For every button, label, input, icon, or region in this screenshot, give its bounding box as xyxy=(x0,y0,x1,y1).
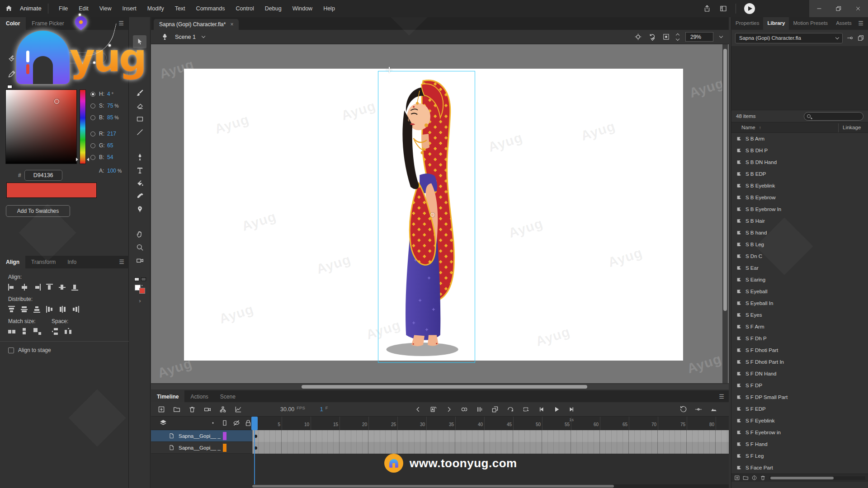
free-transform-tool[interactable] xyxy=(133,48,146,61)
library-item[interactable]: S Eyeball xyxy=(731,286,868,297)
zoom-tool[interactable] xyxy=(133,241,146,254)
color-picker-marker[interactable] xyxy=(54,99,59,104)
align-vertical-center-icon[interactable] xyxy=(59,284,66,291)
fill-color-chip[interactable] xyxy=(139,288,145,294)
library-item[interactable]: S F EDP xyxy=(731,403,868,415)
library-search-input[interactable] xyxy=(804,112,863,121)
graph-editor-button[interactable] xyxy=(233,404,243,414)
delete-item-button[interactable] xyxy=(760,475,766,481)
playhead[interactable] xyxy=(251,417,258,430)
library-item[interactable]: S F Dhoti Part In xyxy=(731,356,868,368)
panel-menu-icon[interactable]: ☰ xyxy=(854,17,868,29)
panel-menu-icon[interactable]: ☰ xyxy=(114,256,129,268)
menu-item[interactable]: Edit xyxy=(73,0,94,17)
match-width-icon[interactable] xyxy=(8,328,16,335)
rotation-tool-icon[interactable] xyxy=(648,33,656,41)
eyedropper-tool[interactable] xyxy=(133,190,146,203)
color-panel-tab[interactable]: Frame Picker xyxy=(26,17,70,30)
highlight-layers-icon[interactable] xyxy=(209,419,217,427)
home-icon[interactable] xyxy=(5,4,13,13)
library-item[interactable]: S Earing xyxy=(731,274,868,286)
menu-item[interactable]: View xyxy=(94,0,117,17)
right-panel-tab[interactable]: Properties xyxy=(731,17,763,30)
layer-name[interactable]: Sapna__Gopi__ _ xyxy=(179,433,221,439)
library-item[interactable]: S F Leg xyxy=(731,450,868,462)
saturation-brightness-picker[interactable] xyxy=(5,89,77,164)
restore-button[interactable] xyxy=(829,0,848,17)
layers-stack-icon[interactable] xyxy=(159,419,167,429)
insert-frame-button[interactable] xyxy=(156,404,166,414)
library-item[interactable]: S B DH P xyxy=(731,145,868,156)
color-value[interactable]: 65 xyxy=(107,142,113,149)
library-item[interactable]: S B Eyebrow xyxy=(731,192,868,203)
rectangle-tool[interactable] xyxy=(133,113,146,126)
timeline-tab[interactable]: Scene xyxy=(214,390,241,402)
scene-name[interactable]: Scene 1 xyxy=(175,34,196,40)
library-item[interactable]: S Ear xyxy=(731,262,868,274)
object-drawing-icon[interactable] xyxy=(141,277,146,281)
timeline-scrollbar[interactable] xyxy=(252,484,729,488)
edit-multiple-frames-button[interactable] xyxy=(490,404,500,414)
step-forward-button[interactable] xyxy=(567,404,577,414)
library-item[interactable]: S F DP Small Part xyxy=(731,391,868,403)
zoom-stepper[interactable] xyxy=(676,34,679,40)
scrollbar-thumb[interactable] xyxy=(723,49,727,311)
color-value[interactable]: 75 xyxy=(107,103,113,109)
library-item[interactable]: S F DP xyxy=(731,380,868,391)
loop-playback-button[interactable] xyxy=(521,404,531,414)
library-item[interactable]: S F Arm xyxy=(731,321,868,333)
item-properties-button[interactable] xyxy=(751,475,757,481)
new-folder-button[interactable] xyxy=(743,475,749,481)
modify-onion-markers-button[interactable] xyxy=(505,404,515,414)
selection-tool[interactable] xyxy=(133,35,146,48)
center-stage-icon[interactable] xyxy=(634,33,642,41)
text-tool[interactable] xyxy=(133,164,146,177)
onion-skin-button[interactable] xyxy=(459,404,469,414)
layer-color-chip[interactable] xyxy=(223,432,226,440)
color-panel-tab[interactable]: Color xyxy=(0,17,26,30)
library-item[interactable]: S F Hand xyxy=(731,438,868,450)
color-value[interactable]: 85 xyxy=(107,114,113,121)
current-frame-value[interactable]: 1 xyxy=(320,406,323,413)
radio-button[interactable] xyxy=(90,92,95,97)
close-document-icon[interactable]: × xyxy=(230,21,233,28)
layer-name[interactable]: Sapna__Gopi__ _ xyxy=(179,445,221,450)
toolbar-expand-icon[interactable]: › xyxy=(139,297,141,304)
sort-ascending-icon[interactable]: ↑ xyxy=(759,125,761,130)
radio-button[interactable] xyxy=(90,131,95,136)
zoom-level-input[interactable] xyxy=(685,32,713,42)
snap-to-objects-icon[interactable] xyxy=(134,277,139,281)
hue-slider-arrow-left[interactable] xyxy=(76,158,78,161)
match-width-and-height-icon[interactable] xyxy=(33,328,41,335)
previous-keyframe-button[interactable] xyxy=(413,404,423,414)
auto-keyframe-button[interactable] xyxy=(429,404,439,414)
frame-ruler[interactable]: 1s 2s 5101520253035404550556065707580 xyxy=(252,417,729,430)
radio-button[interactable] xyxy=(90,155,95,160)
color-value[interactable]: 4 xyxy=(107,91,110,97)
menu-item[interactable]: Insert xyxy=(117,0,142,17)
library-item[interactable]: S B DN Hand xyxy=(731,156,868,168)
document-tab[interactable]: Sapna (Gopi) Character.fla* × xyxy=(154,19,239,30)
space-evenly-vertically-icon[interactable] xyxy=(52,328,60,335)
space-evenly-horizontally-icon[interactable] xyxy=(65,328,72,335)
asset-warp-tool[interactable] xyxy=(133,203,146,216)
outline-layers-icon[interactable] xyxy=(221,419,229,427)
right-panel-tab[interactable]: Library xyxy=(763,17,789,30)
right-panel-tab[interactable]: Motion Presets xyxy=(789,17,832,30)
hue-slider[interactable] xyxy=(80,89,86,164)
library-item[interactable]: S B Eyebrow In xyxy=(731,203,868,215)
right-panel-tab[interactable]: Assets xyxy=(832,17,856,30)
eraser-tool[interactable] xyxy=(133,99,146,113)
pasteboard[interactable]: Ayug Ayug Ayug Ayug Ayug Ayug Ayug Ayug … xyxy=(151,44,729,383)
layer-frames[interactable] xyxy=(252,442,729,454)
library-item[interactable]: S F DN Hand xyxy=(731,368,868,380)
menu-item[interactable]: Window xyxy=(287,0,318,17)
step-back-button[interactable] xyxy=(536,404,546,414)
name-column-header[interactable]: Name xyxy=(741,125,755,130)
library-item[interactable]: S F Eyebrow in xyxy=(731,427,868,438)
swap-colors-icon[interactable] xyxy=(7,85,12,89)
layer-row[interactable]: Sapna__Gopi__ _ xyxy=(151,430,252,442)
clip-content-icon[interactable] xyxy=(662,33,670,41)
reset-frame-view-button[interactable] xyxy=(678,404,688,414)
align-horizontal-center-icon[interactable] xyxy=(21,284,28,291)
